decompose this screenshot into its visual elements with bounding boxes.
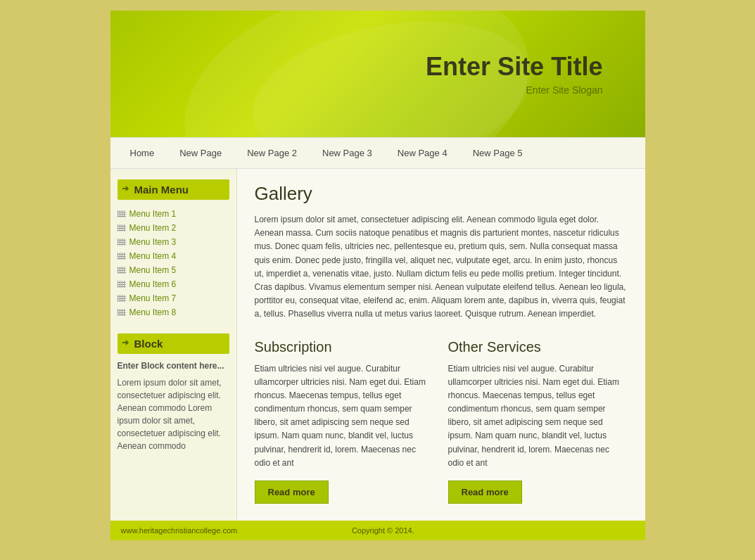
nav-item-page4[interactable]: New Page 4 [385,138,460,168]
menu-icon-2 [118,224,126,231]
subscription-text: Etiam ultricies nisi vel augue. Curabitu… [255,362,434,471]
nav-item-page1[interactable]: New Page [167,138,234,168]
menu-item-8[interactable]: Menu Item 8 [118,305,229,319]
nav-item-page2[interactable]: New Page 2 [234,138,310,168]
menu-icon-7 [118,295,126,302]
other-services-text: Etiam ultricies nisi vel augue. Curabitu… [448,362,628,471]
gallery-text: Lorem ipsum dolor sit amet, consectetuer… [255,213,628,322]
footer-left: www.heritagechristiancollege.com [121,526,238,535]
menu-icon-5 [118,267,126,274]
subscription-section: Subscription Etiam ultricies nisi vel au… [255,339,434,504]
menu-item-3[interactable]: Menu Item 3 [118,235,229,249]
menu-icon-4 [118,253,126,260]
menu-item-5[interactable]: Menu Item 5 [118,263,229,277]
menu-item-1[interactable]: Menu Item 1 [118,207,229,221]
site-slogan: Enter Site Slogan [526,84,603,96]
subscription-title: Subscription [255,339,434,355]
main-menu-list: Menu Item 1 Menu Item 2 Menu Item 3 Menu… [118,207,229,319]
site-title: Enter Site Title [426,52,602,82]
subscription-read-more-button[interactable]: Read more [255,481,329,504]
main-menu-title: Main Menu [118,179,229,200]
gallery-title: Gallery [255,183,628,205]
main-nav: Home New Page New Page 2 New Page 3 New … [110,137,645,169]
menu-icon-8 [118,309,126,316]
sidebar: Main Menu Menu Item 1 Menu Item 2 Menu I… [110,169,237,521]
menu-item-6[interactable]: Menu Item 6 [118,277,229,291]
block-title: Block [118,333,229,354]
menu-item-2[interactable]: Menu Item 2 [118,221,229,235]
nav-item-page5[interactable]: New Page 5 [460,138,535,168]
other-services-section: Other Services Etiam ultricies nisi vel … [448,339,628,504]
two-col-section: Subscription Etiam ultricies nisi vel au… [255,339,628,504]
site-header: Enter Site Title Enter Site Slogan [110,11,645,137]
nav-item-home[interactable]: Home [118,138,167,168]
menu-icon-3 [118,238,126,246]
site-footer: www.heritagechristiancollege.com Copyrig… [110,521,645,540]
menu-icon-6 [118,281,126,288]
menu-icon-1 [118,210,126,217]
main-layout: Main Menu Menu Item 1 Menu Item 2 Menu I… [110,169,645,521]
other-services-read-more-button[interactable]: Read more [448,481,522,504]
footer-copyright: Copyright © 2014. [237,526,528,535]
menu-item-4[interactable]: Menu Item 4 [118,249,229,263]
nav-item-page3[interactable]: New Page 3 [310,138,385,168]
main-content: Gallery Lorem ipsum dolor sit amet, cons… [237,169,645,521]
site-wrapper: Enter Site Title Enter Site Slogan Home … [110,11,645,540]
menu-item-7[interactable]: Menu Item 7 [118,291,229,305]
other-services-title: Other Services [448,339,628,355]
block-content-hint: Enter Block content here... [118,361,229,371]
block-lorem-text: Lorem ipsum dolor sit amet, consectetuer… [118,376,229,452]
